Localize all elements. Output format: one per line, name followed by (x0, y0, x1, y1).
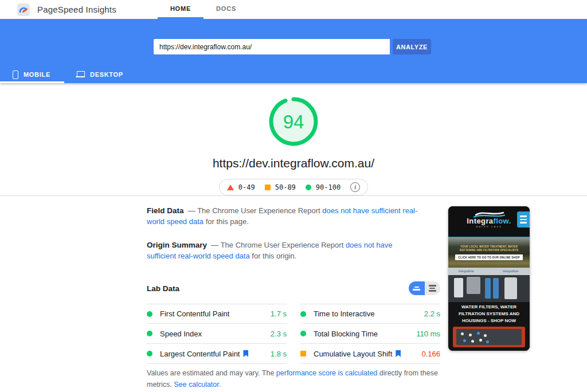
metric-total-blocking-time[interactable]: Total Blocking Time 110 ms (300, 324, 440, 344)
bookmark-icon (396, 350, 401, 357)
performance-score-link[interactable]: performance score is calculated (276, 369, 377, 377)
screenshot-caption: WATER FILTERS, WATER FILTRATION SYSTEMS … (448, 302, 530, 326)
analyze-button[interactable]: ANALYZE (393, 39, 431, 54)
origin-summary-title: Origin Summary (147, 241, 207, 249)
metric-value: 0.166 (421, 350, 440, 358)
app-header: PageSpeed Insights HOME DOCS (0, 0, 587, 19)
legend-poor-range: 0-49 (238, 183, 255, 191)
score-section: 94 https://dev.integraflow.com.au/ 0-49 … (0, 83, 587, 195)
device-tabs: MOBILE DESKTOP (0, 66, 137, 83)
metric-first-contentful-paint[interactable]: First Contentful Paint 1.7 s (147, 304, 287, 324)
red-case (453, 327, 525, 347)
dash: — (211, 241, 218, 249)
shelf-label: Integraflow (459, 269, 474, 273)
legend-good: 90-100 (306, 183, 341, 191)
logo-text-blue: flow. (494, 217, 511, 225)
lab-data-header: Lab Data (147, 281, 440, 295)
field-data-section: Field Data — The Chrome User Experience … (147, 205, 422, 227)
legend-good-range: 90-100 (316, 183, 341, 191)
good-circle-icon (147, 311, 152, 317)
metric-label: First Contentful Paint (160, 309, 229, 318)
metric-speed-index[interactable]: Speed Index 2.3 s (147, 324, 287, 344)
mobile-phone-icon (13, 70, 18, 79)
logo-text-white: Integra (467, 217, 493, 225)
good-circle-icon (300, 311, 306, 317)
hero-text: YOUR LOCAL WATER TREATMENT, WATER SOFTEN… (453, 245, 525, 252)
metric-label: Speed Index (160, 330, 202, 338)
fittings-dots (461, 332, 464, 335)
app-title: PageSpeed Insights (37, 5, 116, 14)
poor-triangle-icon (227, 185, 234, 190)
screenshot-products-photo: Integraflow Integraflow (448, 268, 530, 302)
good-circle-icon (306, 185, 311, 190)
performance-score-gauge: 94 (267, 95, 320, 148)
tab-desktop-label: DESKTOP (90, 71, 123, 78)
field-data-text: The Chrome User Experience Report (197, 206, 320, 215)
score-legend: 0-49 50-89 90-100 i (219, 179, 368, 195)
screenshot-fittings-photo (448, 326, 530, 351)
search-row: ANALYZE (154, 39, 431, 54)
tab-desktop[interactable]: DESKTOP (64, 66, 137, 83)
field-data-text-after: for this page. (206, 217, 249, 226)
shop-button: CLICK HERE TO GO TO OUR ONLINE SHOP (455, 254, 522, 260)
metric-time-to-interactive[interactable]: Time to Interactive 2.2 s (300, 304, 440, 324)
metric-value: 2.3 s (271, 330, 287, 338)
expanded-view-icon (429, 285, 436, 287)
tab-mobile-label: MOBILE (24, 71, 50, 78)
caption-text: WATER FILTERS, WATER FILTRATION SYSTEMS … (454, 304, 524, 324)
legend-poor: 0-49 (227, 183, 255, 191)
brand: PageSpeed Insights (0, 0, 116, 19)
legend-average-range: 50-89 (275, 183, 296, 191)
hamburger-menu-icon (517, 211, 530, 228)
blue-filter-cartridge (493, 278, 499, 299)
compact-view-button[interactable] (409, 281, 425, 295)
screenshot-spacer (448, 233, 530, 237)
metric-value: 1.7 s (271, 309, 287, 318)
water-softener-unit (467, 277, 480, 294)
screenshot-site-header: Integraflow. WATER CARE (448, 206, 530, 233)
metric-label: Cumulative Layout Shift (314, 350, 392, 358)
origin-summary-text-after: for this origin. (252, 252, 296, 260)
water-softener-unit (504, 277, 517, 299)
metric-value: 1.8 s (271, 350, 287, 358)
shelf-banner: Integraflow Integraflow (448, 268, 530, 275)
good-circle-icon (147, 331, 152, 336)
metric-label: Total Blocking Time (314, 330, 378, 338)
score-value: 94 (283, 111, 304, 132)
search-banner: ANALYZE MOBILE DESKTOP (0, 19, 587, 83)
tab-docs[interactable]: DOCS (204, 0, 249, 19)
average-square-icon (265, 185, 271, 190)
tab-home[interactable]: HOME (158, 0, 204, 19)
dash: — (188, 206, 195, 215)
page-screenshot-thumbnail: Integraflow. WATER CARE YOUR LOCAL WATER… (448, 206, 530, 351)
legend-average: 50-89 (265, 183, 296, 191)
shelf-label: Integraflow (503, 269, 518, 273)
values-disclaimer: Values are estimated and may vary. The p… (147, 367, 440, 390)
field-data-title: Field Data (147, 206, 184, 215)
lab-metrics-grid: First Contentful Paint 1.7 s Time to Int… (147, 304, 440, 364)
origin-summary-section: Origin Summary — The Chrome User Experie… (147, 240, 422, 261)
bookmark-icon (243, 350, 248, 357)
desktop-laptop-icon (76, 71, 85, 78)
screenshot-hero: YOUR LOCAL WATER TREATMENT, WATER SOFTEN… (448, 238, 530, 268)
integraflow-logo: Integraflow. (467, 218, 511, 224)
lab-data-title: Lab Data (147, 284, 179, 293)
disclaimer-text: Values are estimated and may vary. The (147, 369, 276, 377)
metric-view-toggle (409, 281, 440, 295)
metric-largest-contentful-paint[interactable]: Largest Contentful Paint 1.8 s (147, 344, 287, 364)
origin-summary-text: The Chrome User Experience Report (221, 241, 344, 249)
info-icon[interactable]: i (350, 182, 360, 192)
metric-label: Largest Contentful Paint (160, 350, 240, 358)
top-nav: HOME DOCS (158, 0, 249, 19)
tab-mobile[interactable]: MOBILE (0, 66, 64, 83)
metric-value: 110 ms (416, 330, 440, 338)
blue-filter-cartridge (485, 278, 491, 299)
expanded-view-button[interactable] (425, 281, 441, 295)
metric-cumulative-layout-shift[interactable]: Cumulative Layout Shift 0.166 (300, 344, 440, 364)
see-calculator-link[interactable]: See calculator. (174, 381, 221, 389)
section-divider (0, 195, 587, 196)
analyzed-url: https://dev.integraflow.com.au/ (0, 156, 587, 170)
average-square-icon (300, 351, 306, 356)
good-circle-icon (147, 351, 152, 356)
url-input[interactable] (154, 39, 390, 54)
